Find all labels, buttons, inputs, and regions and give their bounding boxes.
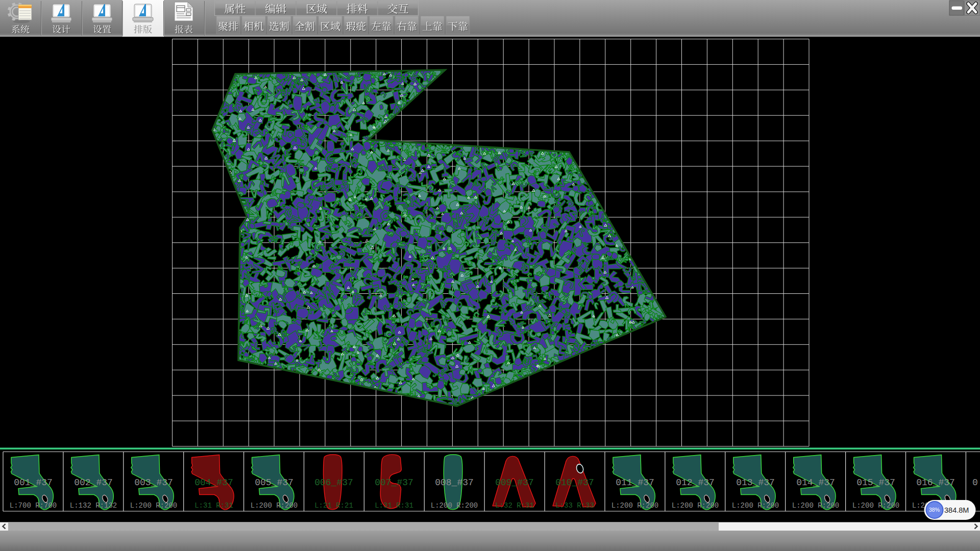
svg-text:L:200 R:200: L:200 R:200: [130, 502, 177, 510]
svg-text:L:200 R:200: L:200 R:200: [852, 502, 899, 510]
svg-text:L:132 R:132: L:132 R:132: [70, 502, 117, 510]
svg-text:L:200 R:200: L:200 R:200: [611, 502, 658, 510]
svg-text:L:200 R:200: L:200 R:200: [792, 502, 839, 510]
svg-text:003_#37: 003_#37: [134, 478, 173, 488]
svg-text:L:700 R:700: L:700 R:700: [10, 502, 57, 510]
svg-text:384.8M: 384.8M: [944, 506, 969, 514]
svg-text:002_#37: 002_#37: [74, 478, 113, 488]
svg-text:007_#37: 007_#37: [375, 478, 413, 488]
svg-text:L:200 R:200: L:200 R:200: [732, 502, 779, 510]
svg-text:L:31 R:31: L:31 R:31: [194, 502, 233, 510]
svg-text:015_#37: 015_#37: [856, 478, 895, 488]
svg-text:016_#37: 016_#37: [916, 478, 955, 488]
svg-text:0: 0: [972, 478, 978, 488]
svg-text:008_#37: 008_#37: [435, 478, 474, 488]
svg-text:014_#37: 014_#37: [796, 478, 835, 488]
svg-text:L:200 R:200: L:200 R:200: [672, 502, 719, 510]
svg-text:L:31 R:31: L:31 R:31: [375, 502, 413, 510]
svg-text:005_#37: 005_#37: [255, 478, 293, 488]
svg-text:L:200 R:200: L:200 R:200: [431, 502, 478, 510]
svg-text:012_#37: 012_#37: [676, 478, 715, 488]
svg-text:38%: 38%: [929, 507, 940, 513]
svg-text:006_#37: 006_#37: [314, 478, 353, 488]
svg-text:L:33 R:33: L:33 R:33: [555, 502, 594, 510]
svg-text:004_#37: 004_#37: [194, 478, 233, 488]
svg-text:L:200 R:200: L:200 R:200: [251, 502, 298, 510]
svg-text:011_#37: 011_#37: [616, 478, 654, 488]
svg-text:010_#37: 010_#37: [555, 478, 594, 488]
svg-text:001_#37: 001_#37: [14, 478, 53, 488]
svg-text:L:21 R:21: L:21 R:21: [314, 502, 353, 510]
svg-text:013_#37: 013_#37: [736, 478, 775, 488]
svg-text:L:32 R:31: L:32 R:31: [495, 502, 534, 510]
svg-text:009_#37: 009_#37: [495, 478, 534, 488]
